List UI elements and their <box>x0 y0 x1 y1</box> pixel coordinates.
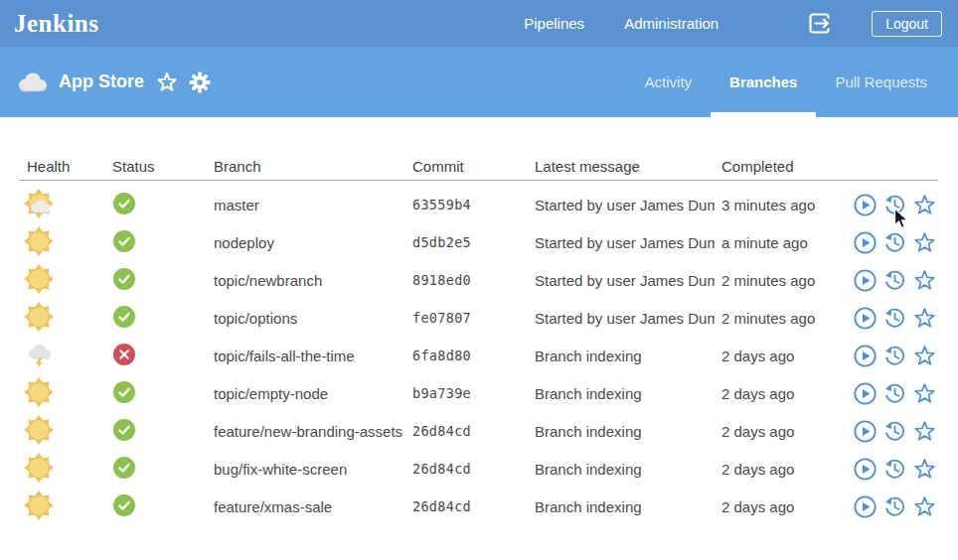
pipeline-header: App Store Ac <box>0 47 958 117</box>
tab-label: Branches <box>729 73 797 90</box>
run-button[interactable] <box>853 230 878 255</box>
table-row[interactable]: topic/empty-node b9a739e Branch indexing… <box>20 374 938 412</box>
table-row[interactable]: feature/xmas-sale 26d84cd Branch indexin… <box>20 488 938 525</box>
latest-message: Branch indexing <box>528 498 715 515</box>
favorite-button[interactable] <box>912 344 937 368</box>
replay-button[interactable] <box>882 268 907 293</box>
branch-name[interactable]: feature/new-branding-assets <box>207 423 405 440</box>
completed-time: 3 minutes ago <box>715 197 843 213</box>
run-button[interactable] <box>853 457 878 482</box>
tab-branches[interactable]: Branches <box>711 47 816 117</box>
sunny-weather-icon <box>23 263 55 295</box>
tab-pull-requests[interactable]: Pull Requests <box>816 47 946 117</box>
table-row[interactable]: topic/options fe07807 Started by user Ja… <box>20 299 938 337</box>
top-nav-bar: Jenkins Pipelines Administration Logout <box>0 0 958 47</box>
replay-button[interactable] <box>882 419 907 444</box>
cloud-icon <box>16 70 48 94</box>
table-row[interactable]: feature/new-branding-assets 26d84cd Bran… <box>20 412 938 450</box>
favorite-button[interactable] <box>912 419 937 444</box>
commit-hash: 6fa8d80 <box>405 348 528 363</box>
run-button[interactable] <box>853 193 878 217</box>
table-row[interactable]: bug/fix-white-screen 26d84cd Branch inde… <box>20 450 938 488</box>
branch-name[interactable]: topic/newbranch <box>207 272 405 289</box>
replay-button[interactable] <box>882 193 907 217</box>
completed-time: 2 days ago <box>715 498 843 515</box>
replay-button[interactable] <box>882 344 907 368</box>
success-status-icon <box>113 419 135 441</box>
branch-name[interactable]: master <box>207 197 405 213</box>
column-header-completed: Completed <box>715 158 843 175</box>
favorite-button[interactable] <box>912 306 937 331</box>
success-status-icon <box>113 230 135 252</box>
tab-activity[interactable]: Activity <box>626 47 712 117</box>
branch-name[interactable]: feature/xmas-sale <box>207 498 405 515</box>
branch-name[interactable]: bug/fix-white-screen <box>207 461 405 478</box>
branch-name[interactable]: topic/empty-node <box>207 385 405 402</box>
latest-message: Branch indexing <box>528 423 715 440</box>
commit-hash: 26d84cd <box>405 423 528 439</box>
run-button[interactable] <box>853 494 878 519</box>
completed-time: a minute ago <box>715 234 843 251</box>
replay-button[interactable] <box>882 306 907 331</box>
row-actions <box>843 268 938 293</box>
partly-cloudy-weather-icon <box>23 188 55 219</box>
exit-arrow-icon[interactable] <box>808 12 831 35</box>
favorite-button[interactable] <box>912 193 937 217</box>
tab-label: Activity <box>645 73 693 90</box>
sunny-weather-icon <box>23 301 55 333</box>
column-header-message: Latest message <box>528 158 715 175</box>
storm-weather-icon <box>23 339 55 370</box>
success-status-icon <box>113 193 135 214</box>
sunny-weather-icon <box>23 225 55 257</box>
completed-time: 2 days ago <box>715 385 843 402</box>
success-status-icon <box>113 457 135 479</box>
table-header-row: Health Status Branch Commit Latest messa… <box>20 153 938 181</box>
latest-message: Started by user James Dum... <box>528 234 715 251</box>
run-button[interactable] <box>853 344 878 368</box>
completed-time: 2 minutes ago <box>715 272 843 289</box>
run-button[interactable] <box>853 306 878 331</box>
table-row[interactable]: topic/newbranch 8918ed0 Started by user … <box>20 261 938 299</box>
settings-gear-icon[interactable] <box>189 71 211 93</box>
table-row[interactable]: nodeploy d5db2e5 Started by user James D… <box>20 223 938 261</box>
row-actions <box>843 457 938 482</box>
commit-hash: 63559b4 <box>405 197 528 212</box>
jenkins-logo[interactable]: Jenkins <box>14 10 98 38</box>
replay-button[interactable] <box>882 494 907 519</box>
replay-button[interactable] <box>882 381 907 406</box>
row-actions <box>843 381 938 406</box>
replay-button[interactable] <box>882 457 907 482</box>
branch-name[interactable]: nodeploy <box>207 234 405 251</box>
favorite-pipeline-star-icon[interactable] <box>156 71 178 93</box>
success-status-icon <box>113 381 135 403</box>
table-row[interactable]: master 63559b4 Started by user James Dum… <box>20 186 938 223</box>
completed-time: 2 days ago <box>715 348 843 364</box>
commit-hash: b9a739e <box>405 385 528 401</box>
row-actions <box>843 306 938 331</box>
run-button[interactable] <box>853 268 878 293</box>
table-row[interactable]: topic/fails-all-the-time 6fa8d80 Branch … <box>20 337 938 374</box>
column-header-status: Status <box>105 158 207 175</box>
branch-name[interactable]: topic/options <box>207 310 405 327</box>
column-header-commit: Commit <box>405 158 528 175</box>
pipeline-title-group: App Store <box>16 70 211 94</box>
row-actions <box>843 419 938 444</box>
favorite-button[interactable] <box>912 494 937 519</box>
completed-time: 2 minutes ago <box>715 310 843 327</box>
branch-name[interactable]: topic/fails-all-the-time <box>207 348 405 364</box>
failure-status-icon <box>113 344 135 365</box>
latest-message: Started by user James Dum... <box>528 310 715 327</box>
favorite-button[interactable] <box>912 230 937 255</box>
favorite-button[interactable] <box>912 457 937 482</box>
run-button[interactable] <box>853 381 878 406</box>
run-button[interactable] <box>853 419 878 444</box>
favorite-button[interactable] <box>912 381 937 406</box>
logout-button[interactable]: Logout <box>872 11 942 37</box>
column-header-branch: Branch <box>207 158 405 175</box>
nav-item-pipelines[interactable]: Pipelines <box>524 15 584 32</box>
replay-button[interactable] <box>882 230 907 255</box>
nav-item-administration[interactable]: Administration <box>624 15 718 32</box>
commit-hash: 8918ed0 <box>405 272 528 288</box>
latest-message: Branch indexing <box>528 385 715 402</box>
favorite-button[interactable] <box>912 268 937 293</box>
